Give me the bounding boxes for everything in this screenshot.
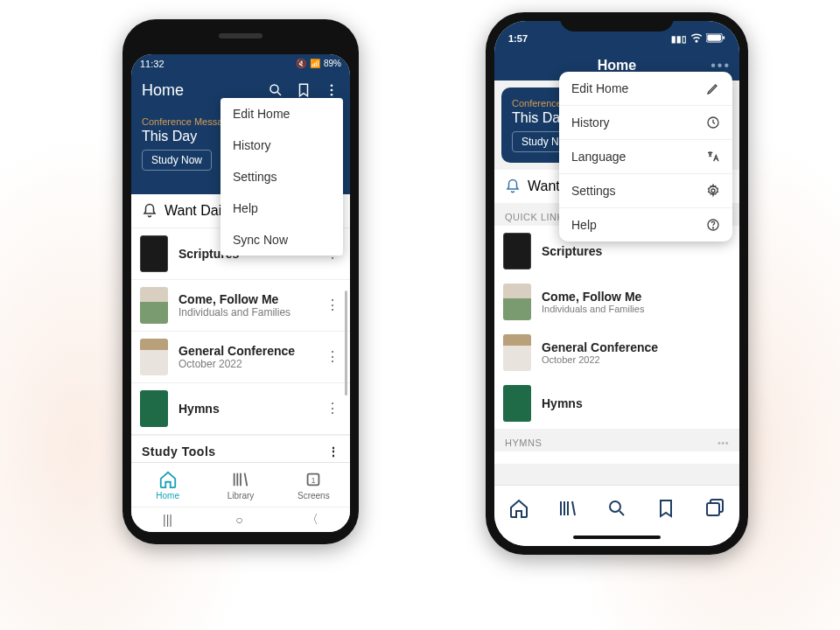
tab-bookmarks[interactable] bbox=[641, 498, 690, 519]
battery-percent: 89% bbox=[324, 59, 341, 68]
study-tools-header: Study Tools ⋮ bbox=[131, 435, 350, 462]
status-icons: ▮▮▯ bbox=[671, 32, 725, 45]
link-general-conference[interactable]: General Conference October 2022 bbox=[494, 327, 739, 378]
menu-label: Edit Home bbox=[233, 107, 290, 121]
link-title: General Conference bbox=[542, 340, 731, 354]
overflow-icon[interactable] bbox=[324, 82, 340, 98]
ios-home-indicator[interactable] bbox=[494, 528, 739, 546]
recents-button[interactable]: ||| bbox=[163, 513, 172, 527]
menu-label: Edit Home bbox=[571, 81, 628, 95]
library-icon bbox=[231, 470, 250, 489]
pencil-icon bbox=[706, 81, 720, 95]
scriptures-thumb bbox=[503, 233, 531, 270]
gear-icon bbox=[706, 184, 720, 198]
menu-label: Settings bbox=[571, 184, 616, 198]
menu-language[interactable]: Language bbox=[559, 140, 732, 174]
tab-home[interactable]: Home bbox=[131, 470, 204, 500]
menu-settings[interactable]: Settings bbox=[559, 174, 732, 208]
link-hymns[interactable]: Hymns ⋮ bbox=[131, 383, 350, 435]
row-overflow-icon[interactable]: ⋮ bbox=[324, 298, 341, 312]
study-now-button[interactable]: Study Now bbox=[142, 150, 212, 171]
link-sub: Individuals and Families bbox=[178, 306, 324, 318]
gc-thumb bbox=[503, 334, 531, 371]
menu-label: Language bbox=[571, 150, 626, 164]
cfm-thumb bbox=[140, 287, 168, 324]
clock-icon bbox=[706, 116, 720, 130]
cfm-thumb bbox=[503, 284, 531, 320]
svg-rect-11 bbox=[707, 503, 719, 515]
tab-library[interactable]: Library bbox=[204, 470, 276, 500]
signal-icon: ▮▮▯ bbox=[671, 34, 687, 44]
svg-point-13 bbox=[711, 189, 715, 192]
tab-home[interactable] bbox=[494, 498, 543, 519]
menu-label: History bbox=[571, 116, 610, 130]
svg-rect-9 bbox=[723, 36, 724, 39]
home-button[interactable]: ○ bbox=[235, 513, 242, 527]
tab-search[interactable] bbox=[592, 498, 641, 519]
android-statusbar: 11:32 🔇 📶 89% bbox=[131, 54, 350, 73]
hymns-section-header: Hymns ••• bbox=[494, 429, 739, 452]
menu-settings[interactable]: Settings bbox=[220, 161, 343, 192]
svg-point-1 bbox=[331, 84, 333, 87]
tab-screens[interactable] bbox=[690, 498, 739, 519]
link-general-conference[interactable]: General Conference October 2022 ⋮ bbox=[131, 332, 350, 383]
android-tabbar: Home Library 1 Screens bbox=[131, 462, 350, 507]
row-overflow-icon[interactable]: ⋮ bbox=[327, 444, 340, 458]
menu-help[interactable]: Help bbox=[559, 208, 732, 242]
status-time: 1:57 bbox=[508, 33, 528, 44]
status-icons: 🔇 📶 89% bbox=[296, 59, 341, 68]
section-label: Study Tools bbox=[142, 444, 216, 458]
tab-library[interactable] bbox=[543, 498, 592, 519]
link-title: Come, Follow Me bbox=[542, 290, 731, 304]
bookmark-icon bbox=[655, 498, 676, 519]
svg-point-10 bbox=[610, 501, 620, 512]
scrollbar[interactable] bbox=[345, 290, 347, 396]
header-actions bbox=[268, 82, 340, 98]
row-overflow-icon[interactable]: ⋮ bbox=[324, 402, 341, 416]
ios-tabbar bbox=[494, 485, 739, 528]
link-title: Hymns bbox=[542, 396, 731, 410]
svg-point-15 bbox=[712, 228, 713, 228]
android-system-nav: ||| ○ 〈 bbox=[131, 507, 350, 532]
menu-sync-now[interactable]: Sync Now bbox=[220, 224, 343, 256]
bell-icon bbox=[142, 203, 158, 219]
gc-thumb bbox=[140, 339, 168, 375]
link-sub: Individuals and Families bbox=[542, 304, 731, 314]
mute-icon: 🔇 bbox=[296, 59, 306, 68]
menu-history[interactable]: History bbox=[559, 106, 732, 140]
link-title: General Conference bbox=[178, 344, 324, 358]
menu-label: Settings bbox=[233, 170, 277, 184]
link-come-follow-me[interactable]: Come, Follow Me Individuals and Families bbox=[494, 276, 739, 327]
back-button[interactable]: 〈 bbox=[306, 512, 318, 528]
link-hymns[interactable]: Hymns bbox=[494, 378, 739, 429]
menu-edit-home[interactable]: Edit Home bbox=[559, 72, 732, 106]
menu-history[interactable]: History bbox=[220, 130, 343, 161]
link-sub: October 2022 bbox=[542, 354, 731, 365]
screens-icon: 1 bbox=[304, 470, 323, 489]
menu-edit-home[interactable]: Edit Home bbox=[220, 98, 343, 130]
library-icon bbox=[557, 498, 578, 519]
menu-help[interactable]: Help bbox=[220, 192, 343, 224]
tab-label: Home bbox=[156, 491, 179, 500]
link-come-follow-me[interactable]: Come, Follow Me Individuals and Families… bbox=[131, 280, 350, 332]
row-overflow-icon[interactable]: ⋮ bbox=[324, 350, 341, 364]
link-sub: October 2022 bbox=[178, 358, 324, 370]
tab-screens[interactable]: 1 Screens bbox=[277, 470, 350, 500]
link-title: Hymns bbox=[178, 402, 324, 416]
android-screen: 11:32 🔇 📶 89% Home Conference Message Th… bbox=[131, 54, 350, 532]
svg-text:1: 1 bbox=[312, 477, 316, 485]
svg-point-0 bbox=[270, 85, 278, 93]
search-icon[interactable] bbox=[268, 82, 284, 98]
speaker bbox=[219, 33, 262, 38]
section-label: Hymns bbox=[505, 438, 542, 448]
tab-label: Screens bbox=[298, 491, 330, 500]
bell-icon bbox=[505, 178, 521, 194]
bookmark-icon[interactable] bbox=[296, 82, 312, 98]
network-icon: 📶 bbox=[310, 59, 320, 68]
notch bbox=[560, 12, 674, 32]
menu-label: Help bbox=[571, 218, 597, 232]
hymns-thumb bbox=[503, 385, 531, 422]
status-time: 11:32 bbox=[140, 59, 164, 69]
menu-label: Sync Now bbox=[233, 233, 288, 247]
section-more-icon[interactable]: ••• bbox=[718, 438, 729, 448]
